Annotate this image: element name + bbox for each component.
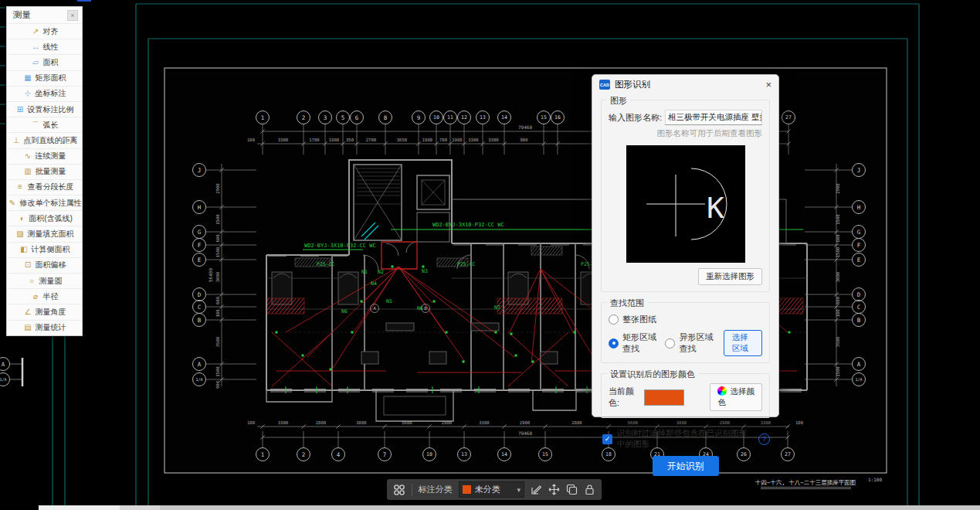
category-color-swatch [463, 485, 471, 494]
radio-icon[interactable] [609, 314, 619, 325]
panel-item-3[interactable]: ▱面积 [7, 54, 82, 70]
svg-text:700: 700 [439, 138, 447, 142]
sheet-scale: 1:100 [868, 477, 882, 482]
color-group: 设置识别后的图形颜色 当前颜色: 选择颜色 [601, 373, 770, 418]
svg-text:4: 4 [337, 451, 341, 458]
socket-symbol [510, 333, 513, 335]
start-recognition-button[interactable]: 开始识别 [653, 456, 719, 476]
panel-item-2[interactable]: ↔线性 [7, 39, 82, 54]
continuous-icon: ∿ [23, 152, 33, 160]
panel-item-label: 测量填充面积 [28, 229, 74, 240]
svg-text:1500: 1500 [836, 247, 840, 257]
panel-item-7[interactable]: ⌒弧长 [7, 117, 82, 132]
svg-text:18: 18 [605, 451, 612, 457]
svg-text:14: 14 [501, 114, 507, 121]
panel-item-11[interactable]: ≡查看分段长度 [7, 179, 82, 195]
panel-item-5[interactable]: ⊹坐标标注 [7, 86, 82, 101]
cad-canvas[interactable]: A1/A [0, 0, 980, 510]
svg-text:3000: 3000 [215, 272, 220, 282]
circuit-label: N6 [341, 308, 348, 314]
radius-icon: ⌀ [31, 293, 41, 301]
copy-icon[interactable] [566, 483, 578, 496]
scope-option-label: 矩形区域查找 [622, 332, 656, 355]
panel-item-20[interactable]: ▤测量统计 [7, 320, 82, 335]
close-icon[interactable]: × [765, 80, 771, 90]
svg-text:3300: 3300 [479, 420, 489, 425]
move-icon[interactable] [548, 483, 560, 496]
panel-item-18[interactable]: ⌀半径 [7, 288, 82, 304]
classify-label: 标注分类 [419, 484, 453, 495]
edit-icon[interactable] [531, 483, 542, 496]
scope-option-label: 整张图纸 [622, 314, 656, 325]
select-color-button[interactable]: 选择颜色 [710, 383, 762, 411]
filter-checkbox[interactable]: ✓ [602, 434, 612, 444]
svg-text:5: 5 [341, 114, 345, 121]
close-icon[interactable]: × [67, 10, 78, 21]
reselect-graphic-button[interactable]: 重新选择图形 [698, 268, 762, 285]
scope-group-label: 查找范围 [607, 298, 647, 309]
svg-text:13: 13 [461, 451, 467, 457]
svg-text:2800: 2800 [571, 420, 582, 425]
svg-text:14: 14 [501, 451, 507, 457]
svg-text:100: 100 [247, 420, 255, 425]
stats-icon: ▤ [23, 324, 33, 332]
svg-text:350: 350 [346, 138, 354, 142]
graphic-name-input[interactable]: 相三极带开关电源插座 壁挂空调用 [665, 110, 762, 125]
socket-label: P25-CC [317, 261, 335, 267]
panel-item-12[interactable]: ✎修改单个标注属性 [7, 195, 82, 210]
svg-text:8: 8 [384, 114, 388, 121]
panel-item-13[interactable]: ◖面积(含弧线) [7, 210, 82, 226]
category-dropdown[interactable]: 未分类 ▾ [459, 481, 524, 498]
scope-option-whole[interactable]: 整张图纸 [609, 314, 762, 325]
classify-grid-icon[interactable] [393, 483, 405, 496]
circuit-label: N2 [378, 269, 384, 275]
panel-item-label: 测量角度 [36, 307, 66, 318]
socket-symbol [361, 301, 363, 303]
svg-text:3300: 3300 [468, 138, 478, 142]
panel-item-14[interactable]: ▨测量填充面积 [7, 226, 82, 241]
svg-text:600: 600 [215, 297, 220, 304]
panel-item-16[interactable]: ⊡面积偏移 [7, 257, 82, 273]
svg-text:2700: 2700 [366, 138, 376, 142]
svg-text:2900: 2900 [836, 183, 840, 193]
svg-text:D: D [198, 291, 202, 298]
svg-text:600: 600 [215, 234, 220, 242]
current-color-label: 当前颜色: [609, 386, 639, 409]
scope-option-rect[interactable]: 矩形区域查找 异形区域查找 选择区域 [609, 330, 762, 356]
scale-icon: ⊞ [15, 106, 25, 114]
panel-item-9[interactable]: ∿连续测量 [7, 148, 82, 164]
panel-item-6[interactable]: ⊞设置标注比例 [7, 101, 82, 117]
panel-item-15[interactable]: ◧计算侧面积 [7, 242, 82, 257]
panel-item-1[interactable]: ↗对齐 [7, 23, 82, 39]
coordinate-icon: ⊹ [23, 90, 33, 97]
svg-text:D: D [857, 291, 861, 298]
lock-icon[interactable] [584, 483, 595, 496]
area-icon: ▱ [31, 59, 41, 66]
panel-item-label: 坐标标注 [36, 88, 66, 99]
svg-text:1700: 1700 [309, 138, 319, 142]
scrollbar-thumb[interactable] [39, 505, 120, 510]
svg-text:B: B [424, 305, 427, 311]
svg-text:79460: 79460 [518, 430, 532, 436]
dialog-title: 图形识别 [615, 79, 761, 90]
panel-item-label: 修改单个标注属性 [20, 198, 82, 209]
panel-item-4[interactable]: ▦矩形面积 [7, 70, 82, 86]
horizontal-scrollbar[interactable] [39, 505, 980, 510]
panel-item-19[interactable]: ∠测量角度 [7, 304, 82, 319]
radio-icon[interactable] [665, 338, 675, 348]
svg-text:13: 13 [480, 114, 486, 121]
select-area-button[interactable]: 选择区域 [724, 330, 762, 356]
modify-attr-icon: ✎ [8, 199, 18, 207]
panel-item-8[interactable]: ⊥点到直线的距离 [7, 132, 82, 148]
panel-item-label: 设置标注比例 [28, 104, 74, 115]
radio-icon[interactable] [609, 338, 619, 348]
panel-item-17[interactable]: ○测量圆 [7, 273, 82, 288]
socket-label: P25-CC [457, 261, 476, 267]
svg-text:2900: 2900 [442, 420, 452, 425]
linear-icon: ↔ [31, 43, 41, 51]
help-icon[interactable]: ? [758, 434, 770, 445]
panel-item-10[interactable]: ▥批量测量 [7, 164, 82, 179]
panel-item-label: 测量统计 [36, 322, 66, 333]
dialog-titlebar[interactable]: CAD 图形识别 × [592, 75, 778, 94]
svg-text:J: J [198, 167, 202, 174]
